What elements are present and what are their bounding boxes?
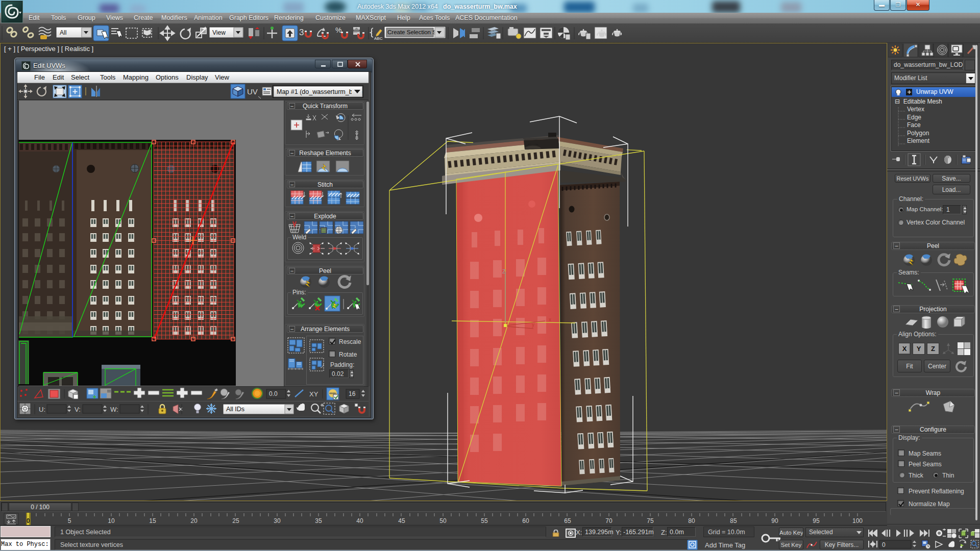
svg-text:60: 60: [522, 517, 529, 524]
svg-text:All IDs: All IDs: [226, 406, 244, 413]
svg-text:30: 30: [274, 517, 281, 524]
svg-text:100: 100: [852, 517, 863, 524]
svg-text:40: 40: [356, 517, 363, 524]
svg-text:All: All: [60, 29, 66, 36]
svg-text:55: 55: [481, 517, 488, 524]
svg-text:W:: W:: [110, 406, 118, 413]
svg-text:20: 20: [190, 517, 198, 524]
svg-text:80: 80: [688, 517, 695, 524]
svg-text:Map #1 (do_wasserturm_bw.р: Map #1 (do_wasserturm_bw.р: [277, 88, 362, 95]
svg-text:0: 0: [882, 541, 886, 548]
svg-text:15: 15: [149, 517, 156, 524]
svg-text:10: 10: [108, 517, 115, 524]
svg-text:85: 85: [730, 517, 737, 524]
svg-text:3: 3: [299, 28, 304, 37]
svg-text:5: 5: [68, 517, 71, 524]
svg-text:50: 50: [439, 517, 447, 524]
svg-text:25: 25: [232, 517, 239, 524]
svg-text:Z: Z: [502, 268, 506, 274]
svg-text:45: 45: [398, 517, 405, 524]
svg-text:View: View: [212, 29, 226, 36]
svg-text:65: 65: [564, 517, 571, 524]
svg-text:Create Selection Se: Create Selection Se: [387, 29, 439, 35]
svg-text:70: 70: [605, 517, 612, 524]
svg-text:V:: V:: [75, 406, 81, 413]
svg-text:x: x: [549, 317, 551, 322]
svg-text:35: 35: [315, 517, 322, 524]
svg-text:16: 16: [349, 390, 356, 397]
svg-text:75: 75: [647, 517, 654, 524]
svg-text:0.0: 0.0: [269, 390, 278, 397]
svg-text:y: y: [532, 322, 534, 328]
svg-text:U:: U:: [39, 406, 45, 413]
svg-text:%: %: [335, 26, 341, 34]
svg-text:UV: UV: [247, 87, 258, 96]
svg-text:95: 95: [813, 517, 820, 524]
svg-text:XY: XY: [309, 390, 318, 398]
svg-text:90: 90: [771, 517, 778, 524]
svg-text:0: 0: [27, 517, 30, 524]
svg-text:ABC: ABC: [374, 36, 383, 41]
